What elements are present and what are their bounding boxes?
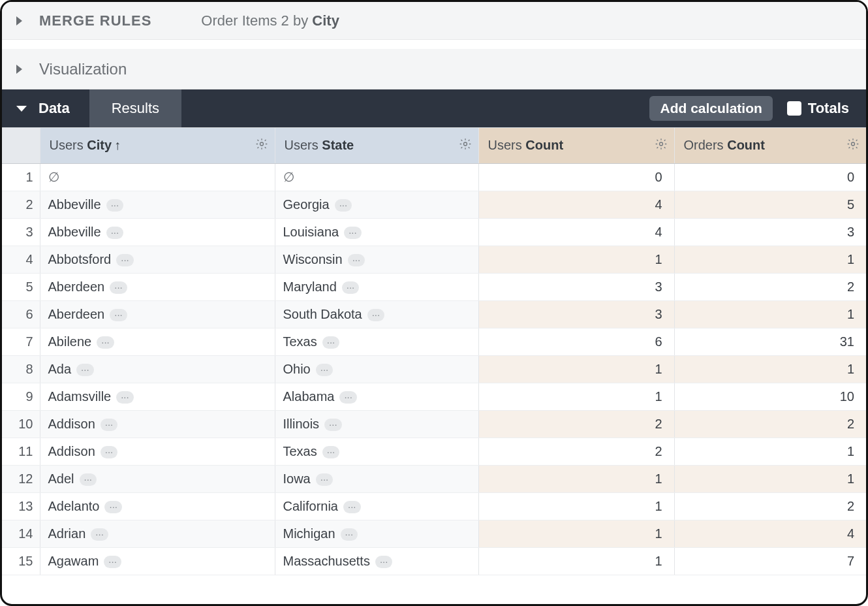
cell-orders-count[interactable]: 1 (674, 300, 866, 328)
more-icon[interactable]: ··· (375, 556, 393, 568)
cell-state[interactable]: Louisiana··· (275, 218, 478, 246)
merge-rules-section[interactable]: MERGE RULES Order Items 2 by City (2, 2, 866, 40)
cell-orders-count[interactable]: 1 (674, 465, 866, 492)
cell-orders-count[interactable]: 2 (674, 410, 866, 438)
cell-city[interactable]: Addison··· (40, 438, 275, 465)
cell-users-count[interactable]: 4 (478, 218, 674, 246)
cell-users-count[interactable]: 0 (478, 163, 674, 191)
more-icon[interactable]: ··· (106, 227, 124, 239)
more-icon[interactable]: ··· (116, 254, 134, 266)
cell-orders-count[interactable]: 10 (674, 383, 866, 410)
cell-orders-count[interactable]: 3 (674, 218, 866, 246)
more-icon[interactable]: ··· (339, 391, 357, 404)
cell-users-count[interactable]: 1 (478, 492, 674, 520)
cell-users-count[interactable]: 3 (478, 300, 674, 328)
gear-icon[interactable] (459, 137, 472, 153)
cell-city[interactable]: Abilene··· (40, 328, 275, 355)
more-icon[interactable]: ··· (101, 419, 118, 431)
more-icon[interactable]: ··· (110, 309, 127, 321)
more-icon[interactable]: ··· (106, 199, 124, 212)
cell-state[interactable]: California··· (275, 492, 478, 520)
cell-city[interactable]: Abbotsford··· (40, 246, 275, 273)
results-tab[interactable]: Results (89, 89, 181, 127)
cell-orders-count[interactable]: 2 (674, 273, 866, 300)
cell-users-count[interactable]: 2 (478, 410, 674, 438)
cell-city[interactable]: Ada··· (40, 355, 275, 383)
cell-city[interactable]: Adel··· (40, 465, 275, 492)
column-header-city[interactable]: Users City↑ (40, 128, 275, 163)
more-icon[interactable]: ··· (341, 528, 358, 541)
cell-state[interactable]: Illinois··· (275, 410, 478, 438)
cell-users-count[interactable]: 1 (478, 246, 674, 273)
gear-icon[interactable] (255, 137, 268, 153)
cell-state[interactable]: Texas··· (275, 328, 478, 355)
cell-orders-count[interactable]: 1 (674, 355, 866, 383)
cell-orders-count[interactable]: 31 (674, 328, 866, 355)
visualization-section[interactable]: Visualization (2, 49, 866, 89)
cell-users-count[interactable]: 4 (478, 191, 674, 218)
cell-users-count[interactable]: 1 (478, 547, 674, 575)
more-icon[interactable]: ··· (101, 446, 118, 458)
totals-toggle[interactable]: Totals (787, 100, 849, 117)
cell-state[interactable]: Iowa··· (275, 465, 478, 492)
more-icon[interactable]: ··· (335, 199, 352, 212)
gear-icon[interactable] (846, 137, 860, 153)
cell-state[interactable]: Alabama··· (275, 383, 478, 410)
cell-orders-count[interactable]: 0 (674, 163, 866, 191)
more-icon[interactable]: ··· (367, 309, 385, 321)
cell-state[interactable]: Wisconsin··· (275, 246, 478, 273)
more-icon[interactable]: ··· (348, 254, 365, 266)
more-icon[interactable]: ··· (97, 336, 114, 349)
cell-users-count[interactable]: 2 (478, 438, 674, 465)
cell-city[interactable]: Adamsville··· (40, 383, 275, 410)
more-icon[interactable]: ··· (324, 419, 342, 431)
more-icon[interactable]: ··· (322, 446, 340, 458)
cell-state[interactable]: Georgia··· (275, 191, 478, 218)
more-icon[interactable]: ··· (104, 501, 122, 513)
cell-users-count[interactable]: 6 (478, 328, 674, 355)
cell-city[interactable]: Abbeville··· (40, 218, 275, 246)
cell-city[interactable]: Adelanto··· (40, 492, 275, 520)
column-header-orders_count[interactable]: Orders Count (674, 128, 866, 163)
cell-city[interactable]: ∅ (40, 163, 275, 191)
cell-city[interactable]: Abbeville··· (40, 191, 275, 218)
totals-checkbox[interactable] (787, 101, 801, 116)
cell-state[interactable]: South Dakota··· (275, 300, 478, 328)
more-icon[interactable]: ··· (343, 501, 361, 513)
column-header-state[interactable]: Users State (275, 128, 478, 163)
more-icon[interactable]: ··· (104, 556, 121, 568)
more-icon[interactable]: ··· (316, 364, 333, 376)
cell-orders-count[interactable]: 2 (674, 492, 866, 520)
more-icon[interactable]: ··· (316, 473, 333, 486)
cell-city[interactable]: Aberdeen··· (40, 300, 275, 328)
cell-state[interactable]: Texas··· (275, 438, 478, 465)
cell-state[interactable]: Michigan··· (275, 520, 478, 547)
cell-users-count[interactable]: 1 (478, 383, 674, 410)
more-icon[interactable]: ··· (76, 364, 94, 376)
cell-city[interactable]: Adrian··· (40, 520, 275, 547)
cell-state[interactable]: Ohio··· (275, 355, 478, 383)
cell-users-count[interactable]: 1 (478, 520, 674, 547)
cell-orders-count[interactable]: 5 (674, 191, 866, 218)
cell-state[interactable]: Maryland··· (275, 273, 478, 300)
more-icon[interactable]: ··· (342, 281, 360, 294)
cell-orders-count[interactable]: 1 (674, 246, 866, 273)
more-icon[interactable]: ··· (116, 391, 134, 404)
more-icon[interactable]: ··· (80, 473, 97, 486)
cell-users-count[interactable]: 1 (478, 465, 674, 492)
more-icon[interactable]: ··· (322, 336, 340, 349)
cell-city[interactable]: Aberdeen··· (40, 273, 275, 300)
cell-users-count[interactable]: 3 (478, 273, 674, 300)
cell-orders-count[interactable]: 7 (674, 547, 866, 575)
cell-state[interactable]: ∅ (275, 163, 478, 191)
gear-icon[interactable] (655, 137, 668, 153)
cell-state[interactable]: Massachusetts··· (275, 547, 478, 575)
more-icon[interactable]: ··· (110, 281, 127, 294)
cell-city[interactable]: Addison··· (40, 410, 275, 438)
data-tab[interactable]: Data (2, 89, 89, 127)
cell-orders-count[interactable]: 4 (674, 520, 866, 547)
more-icon[interactable]: ··· (344, 227, 362, 239)
cell-city[interactable]: Agawam··· (40, 547, 275, 575)
add-calculation-button[interactable]: Add calculation (649, 96, 772, 121)
cell-orders-count[interactable]: 1 (674, 438, 866, 465)
